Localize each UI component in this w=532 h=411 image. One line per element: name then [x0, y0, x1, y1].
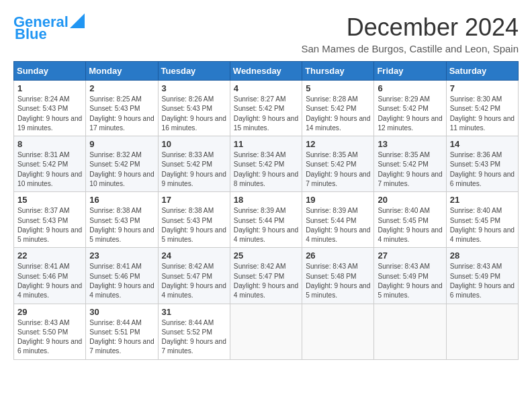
cell-info: Sunrise: 8:28 AMSunset: 5:42 PMDaylight:… [306, 95, 370, 132]
calendar-cell: 25 Sunrise: 8:42 AMSunset: 5:47 PMDaylig… [230, 248, 302, 304]
day-number: 16 [89, 195, 154, 205]
logo-blue: Blue [15, 26, 47, 42]
calendar-cell [302, 304, 374, 359]
cell-info: Sunrise: 8:29 AMSunset: 5:42 PMDaylight:… [378, 95, 442, 132]
calendar-cell: 14 Sunrise: 8:36 AMSunset: 5:43 PMDaylig… [446, 136, 518, 192]
cell-info: Sunrise: 8:31 AMSunset: 5:42 PMDaylight:… [17, 151, 82, 187]
cell-info: Sunrise: 8:39 AMSunset: 5:44 PMDaylight:… [234, 207, 298, 243]
calendar-week-row: 1 Sunrise: 8:24 AMSunset: 5:43 PMDayligh… [14, 81, 519, 136]
day-number: 9 [89, 139, 154, 149]
calendar-header-row: SundayMondayTuesdayWednesdayThursdayFrid… [14, 62, 519, 81]
cell-info: Sunrise: 8:27 AMSunset: 5:42 PMDaylight:… [234, 95, 298, 132]
calendar-cell: 24 Sunrise: 8:42 AMSunset: 5:47 PMDaylig… [158, 248, 230, 304]
cell-info: Sunrise: 8:36 AMSunset: 5:43 PMDaylight:… [450, 151, 515, 187]
cell-info: Sunrise: 8:44 AMSunset: 5:52 PMDaylight:… [162, 319, 226, 355]
calendar-cell [446, 304, 518, 359]
day-number: 25 [234, 250, 298, 261]
day-number: 3 [162, 83, 226, 93]
day-number: 22 [17, 250, 82, 261]
day-number: 17 [162, 195, 226, 205]
calendar-cell: 2 Sunrise: 8:25 AMSunset: 5:43 PMDayligh… [86, 81, 158, 136]
calendar-cell: 28 Sunrise: 8:43 AMSunset: 5:49 PMDaylig… [446, 248, 518, 304]
cell-info: Sunrise: 8:39 AMSunset: 5:44 PMDaylight:… [306, 207, 370, 243]
logo: General Blue [13, 13, 85, 42]
day-number: 23 [89, 250, 154, 261]
logo-icon [70, 13, 85, 28]
cell-info: Sunrise: 8:30 AMSunset: 5:42 PMDaylight:… [450, 95, 515, 132]
day-number: 5 [306, 83, 370, 93]
calendar-cell: 3 Sunrise: 8:26 AMSunset: 5:43 PMDayligh… [158, 81, 230, 136]
calendar-cell: 23 Sunrise: 8:41 AMSunset: 5:46 PMDaylig… [86, 248, 158, 304]
day-number: 8 [17, 139, 82, 149]
calendar-cell: 17 Sunrise: 8:38 AMSunset: 5:43 PMDaylig… [158, 192, 230, 248]
col-header-wednesday: Wednesday [230, 62, 302, 81]
location: San Mames de Burgos, Castille and Leon, … [301, 43, 519, 54]
day-number: 7 [450, 83, 515, 93]
col-header-friday: Friday [374, 62, 446, 81]
day-number: 30 [89, 307, 154, 317]
month-title: December 2024 [301, 13, 519, 42]
day-number: 20 [378, 195, 442, 205]
calendar-cell: 30 Sunrise: 8:44 AMSunset: 5:51 PMDaylig… [86, 304, 158, 359]
calendar-cell: 18 Sunrise: 8:39 AMSunset: 5:44 PMDaylig… [230, 192, 302, 248]
header: General Blue December 2024 San Mames de … [13, 13, 519, 54]
day-number: 18 [234, 195, 298, 205]
calendar-cell: 9 Sunrise: 8:32 AMSunset: 5:42 PMDayligh… [86, 136, 158, 192]
calendar-week-row: 15 Sunrise: 8:37 AMSunset: 5:43 PMDaylig… [14, 192, 519, 248]
calendar-cell: 11 Sunrise: 8:34 AMSunset: 5:42 PMDaylig… [230, 136, 302, 192]
day-number: 6 [378, 83, 442, 93]
col-header-saturday: Saturday [446, 62, 518, 81]
cell-info: Sunrise: 8:33 AMSunset: 5:42 PMDaylight:… [162, 151, 226, 187]
day-number: 29 [17, 307, 82, 317]
calendar-cell: 12 Sunrise: 8:35 AMSunset: 5:42 PMDaylig… [302, 136, 374, 192]
cell-info: Sunrise: 8:43 AMSunset: 5:49 PMDaylight:… [450, 263, 515, 299]
col-header-monday: Monday [86, 62, 158, 81]
day-number: 14 [450, 139, 515, 149]
day-number: 19 [306, 195, 370, 205]
calendar-week-row: 29 Sunrise: 8:43 AMSunset: 5:50 PMDaylig… [14, 304, 519, 359]
day-number: 1 [17, 83, 82, 93]
day-number: 4 [234, 83, 298, 93]
calendar-cell [230, 304, 302, 359]
cell-info: Sunrise: 8:26 AMSunset: 5:43 PMDaylight:… [162, 95, 226, 132]
day-number: 13 [378, 139, 442, 149]
calendar: SundayMondayTuesdayWednesdayThursdayFrid… [13, 61, 519, 360]
cell-info: Sunrise: 8:44 AMSunset: 5:51 PMDaylight:… [89, 319, 154, 355]
day-number: 24 [162, 250, 226, 261]
svg-marker-0 [70, 13, 85, 28]
col-header-tuesday: Tuesday [158, 62, 230, 81]
cell-info: Sunrise: 8:38 AMSunset: 5:43 PMDaylight:… [89, 207, 154, 243]
day-number: 26 [306, 250, 370, 261]
cell-info: Sunrise: 8:25 AMSunset: 5:43 PMDaylight:… [89, 95, 154, 132]
day-number: 15 [17, 195, 82, 205]
cell-info: Sunrise: 8:40 AMSunset: 5:45 PMDaylight:… [378, 207, 442, 243]
cell-info: Sunrise: 8:24 AMSunset: 5:43 PMDaylight:… [17, 95, 82, 132]
calendar-cell: 13 Sunrise: 8:35 AMSunset: 5:42 PMDaylig… [374, 136, 446, 192]
calendar-week-row: 22 Sunrise: 8:41 AMSunset: 5:46 PMDaylig… [14, 248, 519, 304]
col-header-thursday: Thursday [302, 62, 374, 81]
col-header-sunday: Sunday [14, 62, 86, 81]
cell-info: Sunrise: 8:43 AMSunset: 5:48 PMDaylight:… [306, 263, 370, 299]
cell-info: Sunrise: 8:42 AMSunset: 5:47 PMDaylight:… [234, 263, 298, 299]
calendar-cell: 20 Sunrise: 8:40 AMSunset: 5:45 PMDaylig… [374, 192, 446, 248]
day-number: 10 [162, 139, 226, 149]
day-number: 27 [378, 250, 442, 261]
day-number: 11 [234, 139, 298, 149]
calendar-cell: 22 Sunrise: 8:41 AMSunset: 5:46 PMDaylig… [14, 248, 86, 304]
cell-info: Sunrise: 8:41 AMSunset: 5:46 PMDaylight:… [17, 263, 82, 299]
calendar-cell: 26 Sunrise: 8:43 AMSunset: 5:48 PMDaylig… [302, 248, 374, 304]
calendar-cell: 27 Sunrise: 8:43 AMSunset: 5:49 PMDaylig… [374, 248, 446, 304]
calendar-cell: 21 Sunrise: 8:40 AMSunset: 5:45 PMDaylig… [446, 192, 518, 248]
calendar-cell: 31 Sunrise: 8:44 AMSunset: 5:52 PMDaylig… [158, 304, 230, 359]
calendar-week-row: 8 Sunrise: 8:31 AMSunset: 5:42 PMDayligh… [14, 136, 519, 192]
calendar-cell: 8 Sunrise: 8:31 AMSunset: 5:42 PMDayligh… [14, 136, 86, 192]
cell-info: Sunrise: 8:35 AMSunset: 5:42 PMDaylight:… [378, 151, 442, 187]
calendar-cell: 4 Sunrise: 8:27 AMSunset: 5:42 PMDayligh… [230, 81, 302, 136]
day-number: 31 [162, 307, 226, 317]
calendar-cell: 6 Sunrise: 8:29 AMSunset: 5:42 PMDayligh… [374, 81, 446, 136]
cell-info: Sunrise: 8:37 AMSunset: 5:43 PMDaylight:… [17, 207, 82, 243]
calendar-cell: 1 Sunrise: 8:24 AMSunset: 5:43 PMDayligh… [14, 81, 86, 136]
cell-info: Sunrise: 8:40 AMSunset: 5:45 PMDaylight:… [450, 207, 515, 243]
calendar-cell: 15 Sunrise: 8:37 AMSunset: 5:43 PMDaylig… [14, 192, 86, 248]
cell-info: Sunrise: 8:38 AMSunset: 5:43 PMDaylight:… [162, 207, 226, 243]
